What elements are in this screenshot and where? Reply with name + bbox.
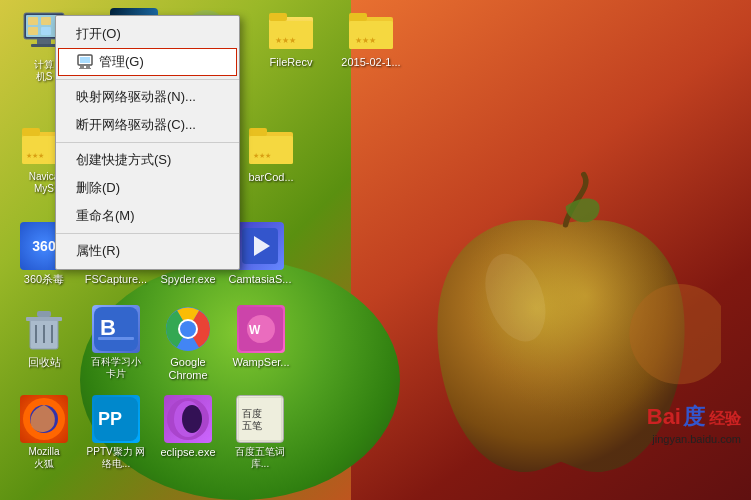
svg-rect-7: [41, 17, 51, 25]
folder-2015-icon-img: ★★★: [347, 5, 395, 53]
svg-rect-68: [86, 66, 90, 68]
desktop: 计算机S Ps: [0, 0, 751, 500]
wamp-icon-label: WampSer...: [232, 356, 289, 369]
mozilla-icon[interactable]: Mozilla火狐: [8, 395, 80, 470]
barcod-icon-label: barCod...: [248, 171, 293, 184]
filerecv-icon-label: FileRecv: [270, 56, 313, 69]
svg-rect-22: [349, 13, 367, 21]
manage-icon: [77, 54, 93, 70]
svg-rect-62: [238, 397, 282, 441]
baidu-logo-text2: 度: [683, 402, 705, 432]
baidu-logo-text: Bai: [647, 404, 681, 430]
menu-separator-1: [56, 79, 239, 80]
spyder-icon-label: Spyder.exe: [160, 273, 215, 286]
svg-rect-41: [26, 317, 62, 321]
svg-rect-29: [249, 136, 293, 164]
svg-text:★★★: ★★★: [275, 36, 296, 45]
google-chrome-icon-img: [164, 305, 212, 353]
svg-rect-18: [269, 13, 287, 21]
svg-text:百度: 百度: [242, 408, 262, 419]
google-chrome-icon[interactable]: Google Chrome: [152, 305, 224, 382]
svg-text:五笔: 五笔: [242, 420, 262, 431]
svg-rect-26: [22, 128, 40, 136]
svg-rect-66: [80, 57, 90, 63]
baidu-suffix: 经验: [709, 409, 741, 430]
barcod-icon[interactable]: ★★★ barCod...: [235, 120, 307, 184]
menu-item-delete[interactable]: 删除(D): [56, 174, 239, 202]
recycle-bin-icon-img: [20, 305, 68, 353]
svg-rect-4: [37, 39, 51, 44]
pptv-icon-label: PPTV聚力 网络电...: [87, 446, 146, 470]
camtasia-icon-img: [236, 222, 284, 270]
pptv-icon[interactable]: PP PPTV聚力 网络电...: [80, 395, 152, 470]
menu-separator-3: [56, 233, 239, 234]
recycle-bin-icon-label: 回收站: [28, 356, 61, 369]
menu-separator-2: [56, 142, 239, 143]
wamp-icon-img: W: [237, 305, 285, 353]
menu-item-map-drive[interactable]: 映射网络驱动器(N)...: [56, 83, 239, 111]
360-icon-label: 360杀毒: [24, 273, 64, 286]
folder-2015-icon[interactable]: ★★★ 2015-02-1...: [335, 5, 407, 69]
menu-item-disconnect[interactable]: 断开网络驱动器(C)...: [56, 111, 239, 139]
baike-icon[interactable]: B 百科学习小卡片: [80, 305, 152, 380]
menu-item-properties[interactable]: 属性(R): [56, 237, 239, 265]
baidu5-icon-img: 百度 五笔: [236, 395, 284, 443]
menu-item-manage[interactable]: 管理(G): [58, 48, 237, 76]
recycle-bin-icon[interactable]: 回收站: [8, 305, 80, 369]
svg-rect-42: [37, 311, 51, 317]
svg-rect-48: [98, 337, 134, 340]
svg-text:★★★: ★★★: [26, 152, 44, 159]
mozilla-icon-label: Mozilla火狐: [28, 446, 59, 470]
google-chrome-icon-label: Google Chrome: [152, 356, 224, 382]
computer-icon-label: 计算机S: [34, 59, 54, 83]
fscapture-icon-label: FSCapture...: [85, 273, 147, 286]
eclipse-icon-img: [164, 395, 212, 443]
camtasia-icon-label: CamtasiaS...: [229, 273, 292, 286]
svg-rect-9: [41, 27, 51, 35]
folder-2015-icon-label: 2015-02-1...: [341, 56, 400, 69]
menu-item-create-shortcut[interactable]: 创建快捷方式(S): [56, 146, 239, 174]
svg-rect-69: [79, 68, 91, 69]
barcod-icon-img: ★★★: [247, 120, 295, 168]
manage-label: 管理(G): [99, 53, 144, 71]
svg-text:W: W: [249, 323, 261, 337]
svg-text:★★★: ★★★: [355, 36, 376, 45]
mozilla-icon-img: [20, 395, 68, 443]
eclipse-icon-label: eclipse.exe: [160, 446, 215, 459]
wamp-icon[interactable]: W WampSer...: [225, 305, 297, 369]
svg-point-51: [180, 321, 196, 337]
filerecv-icon-img: ★★★: [267, 5, 315, 53]
eclipse-icon[interactable]: eclipse.exe: [152, 395, 224, 459]
menu-item-open[interactable]: 打开(O): [56, 20, 239, 48]
filerecv-icon[interactable]: ★★★ FileRecv: [255, 5, 327, 69]
svg-rect-6: [28, 17, 38, 25]
context-menu: 打开(O) 管理(G) 映射网络驱动器(N)... 断开网络驱动器(C)... …: [55, 15, 240, 270]
svg-text:★★★: ★★★: [253, 152, 271, 159]
baidu5-icon[interactable]: 百度 五笔 百度五笔词库...: [224, 395, 296, 470]
svg-text:B: B: [100, 315, 116, 340]
baike-icon-label: 百科学习小卡片: [91, 356, 141, 380]
pptv-icon-img: PP: [92, 395, 140, 443]
svg-point-61: [182, 405, 202, 433]
baidu5-icon-label: 百度五笔词库...: [235, 446, 285, 470]
svg-rect-67: [80, 66, 84, 68]
svg-text:PP: PP: [98, 409, 122, 429]
menu-item-rename[interactable]: 重命名(M): [56, 202, 239, 230]
svg-rect-5: [31, 44, 57, 47]
baidu-url: jingyan.baidu.com: [647, 433, 741, 445]
svg-rect-8: [28, 27, 38, 35]
svg-rect-30: [249, 128, 267, 136]
baidu-watermark: Bai 度 经验 jingyan.baidu.com: [647, 402, 741, 445]
baike-icon-img: B: [92, 305, 140, 353]
